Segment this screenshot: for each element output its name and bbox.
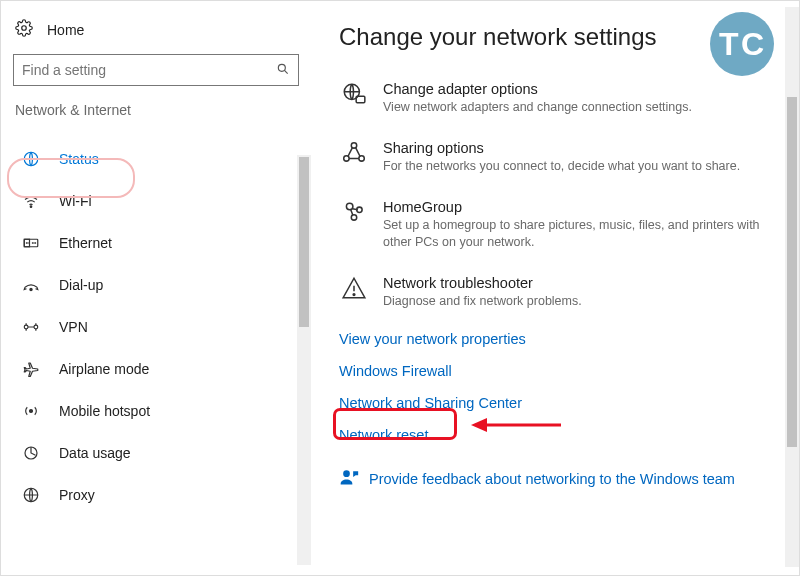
feedback-row[interactable]: Provide feedback about networking to the… [339,453,785,490]
sidebar-item-label: Mobile hotspot [59,403,150,419]
sidebar-scrollbar[interactable] [297,155,311,565]
sidebar-item-label: Airplane mode [59,361,149,377]
sidebar-item-status[interactable]: Status [1,138,311,180]
sidebar-item-vpn[interactable]: VPN [1,306,311,348]
hotspot-icon [21,402,41,420]
svg-point-10 [30,410,33,413]
wifi-icon [21,192,41,210]
option-title: Change adapter options [383,81,692,97]
sidebar-section-label: Network & Internet [1,98,311,132]
link-network-reset[interactable]: Network reset [339,427,428,443]
sidebar-nav: Status Wi-Fi Ethernet Dial-up [1,138,311,516]
sidebar-home[interactable]: Home [1,11,311,54]
option-title: Network troubleshooter [383,275,582,291]
dialup-icon [21,276,41,294]
main-content: Change your network settings Change adap… [311,1,799,575]
sidebar-home-label: Home [47,22,84,38]
option-troubleshooter[interactable]: Network troubleshooter Diagnose and fix … [339,267,785,326]
sidebar-item-dialup[interactable]: Dial-up [1,264,311,306]
vpn-icon [21,318,41,336]
link-network-properties[interactable]: View your network properties [339,331,526,347]
svg-point-4 [30,206,32,208]
gear-icon [15,19,33,40]
option-desc: Diagnose and fix network problems. [383,293,582,310]
search-icon [276,62,290,79]
ethernet-icon [21,234,41,252]
svg-point-16 [344,156,349,161]
svg-point-18 [346,203,353,210]
sharing-icon [339,140,369,175]
svg-text:T: T [719,26,739,62]
feedback-icon [339,467,359,490]
search-field[interactable] [22,62,276,78]
tc-logo-icon: T C [709,11,775,77]
globe-icon [21,150,41,168]
svg-point-8 [24,325,28,329]
option-desc: Set up a homegroup to share pictures, mu… [383,217,763,251]
option-desc: For the networks you connect to, decide … [383,158,740,175]
warning-triangle-icon [339,275,369,310]
svg-point-20 [351,214,356,219]
svg-point-23 [343,471,350,478]
option-title: Sharing options [383,140,740,156]
homegroup-icon [339,199,369,251]
sidebar-item-label: Wi-Fi [59,193,92,209]
airplane-icon [21,360,41,378]
sidebar-item-label: Data usage [59,445,131,461]
option-desc: View network adapters and change connect… [383,99,692,116]
option-homegroup[interactable]: HomeGroup Set up a homegroup to share pi… [339,191,785,267]
main-scrollbar[interactable] [785,7,799,567]
sidebar-item-datausage[interactable]: Data usage [1,432,311,474]
link-windows-firewall[interactable]: Windows Firewall [339,363,452,379]
sidebar-item-wifi[interactable]: Wi-Fi [1,180,311,222]
sidebar-item-hotspot[interactable]: Mobile hotspot [1,390,311,432]
sidebar-item-label: Status [59,151,99,167]
svg-text:C: C [741,26,764,62]
svg-point-17 [359,156,364,161]
option-title: HomeGroup [383,199,763,215]
feedback-link[interactable]: Provide feedback about networking to the… [369,471,735,487]
svg-line-2 [284,70,287,73]
sidebar-item-ethernet[interactable]: Ethernet [1,222,311,264]
svg-point-7 [30,288,32,290]
sidebar-item-label: Dial-up [59,277,103,293]
globe-adapter-icon [339,81,369,116]
svg-point-15 [351,143,356,148]
sidebar-item-label: Proxy [59,487,95,503]
option-sharing[interactable]: Sharing options For the networks you con… [339,132,785,191]
proxy-icon [21,486,41,504]
search-input[interactable] [13,54,299,86]
option-change-adapter[interactable]: Change adapter options View network adap… [339,73,785,132]
link-network-sharing-center[interactable]: Network and Sharing Center [339,395,522,411]
sidebar: Home Network & Internet Status [1,1,311,575]
sidebar-item-label: Ethernet [59,235,112,251]
sidebar-item-label: VPN [59,319,88,335]
data-usage-icon [21,444,41,462]
svg-point-22 [353,293,355,295]
sidebar-item-proxy[interactable]: Proxy [1,474,311,516]
svg-point-1 [278,64,285,71]
sidebar-item-airplane[interactable]: Airplane mode [1,348,311,390]
svg-point-0 [22,26,27,31]
svg-point-9 [34,325,38,329]
